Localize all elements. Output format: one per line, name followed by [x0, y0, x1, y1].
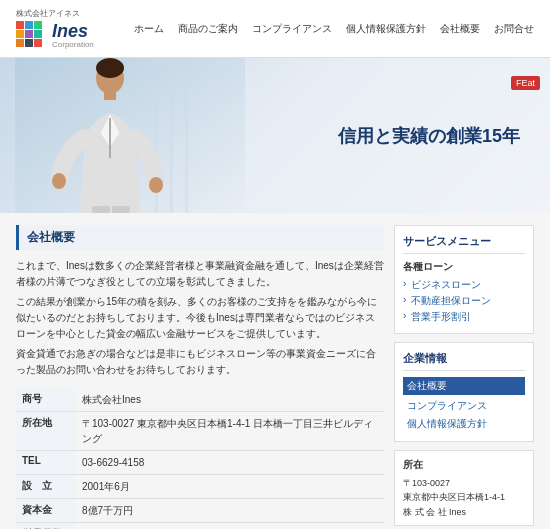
address-building: 株 式 会 社 Ines [403, 505, 525, 519]
company-name-jp: 株式会社アイネス [16, 8, 80, 19]
company-overview-title: 会社概要 [16, 225, 384, 250]
table-label: TEL [16, 451, 76, 475]
table-value: 株式会社Ines [76, 388, 384, 412]
table-value: 8億7千万円 [76, 499, 384, 523]
svg-rect-5 [34, 30, 42, 38]
logo-icon [16, 21, 48, 49]
nav: ホーム 商品のご案内 コンプライアンス 個人情報保護方針 会社概要 お問合せ [134, 22, 534, 36]
nav-contact[interactable]: お問合せ [494, 22, 534, 36]
table-row: TEL 03-6629-4158 [16, 451, 384, 475]
svg-rect-11 [170, 58, 173, 213]
address-box: 所在 〒103-0027 東京都中央区日本橋1-4-1 株 式 会 社 Ines [394, 450, 534, 526]
nav-about[interactable]: 会社概要 [440, 22, 480, 36]
right-column: サービスメニュー 各種ローン ビジネスローン 不動産担保ローン 営業手形割引 企… [394, 225, 534, 529]
svg-rect-8 [34, 39, 42, 47]
svg-rect-12 [185, 58, 188, 213]
nav-compliance[interactable]: コンプライアンス [252, 22, 332, 36]
table-value: 03-6629-4158 [76, 451, 384, 475]
svg-point-17 [52, 173, 66, 189]
service-link-real-estate-loan[interactable]: 不動産担保ローン [403, 293, 525, 309]
nav-home[interactable]: ホーム [134, 22, 164, 36]
company-info-title: 企業情報 [403, 351, 525, 371]
service-link-bill-discount[interactable]: 営業手形割引 [403, 309, 525, 325]
hero: 信用と実績の創業15年 FEat [0, 58, 550, 213]
svg-rect-6 [16, 39, 24, 47]
table-value: 2001年6月 [76, 475, 384, 499]
address-section-title: 所在 [403, 457, 525, 473]
table-row: 従業員数 76名（2016年8月現在 役員含む） [16, 523, 384, 530]
table-label: 従業員数 [16, 523, 76, 530]
hero-headline: 信用と実績の創業15年 [338, 124, 520, 148]
table-row: 所在地 〒103-0027 東京都中央区日本橋1-4-1 日本橋一丁目三井ビルデ… [16, 412, 384, 451]
table-value: 76名（2016年8月現在 役員含む） [76, 523, 384, 530]
table-row: 商号 株式会社Ines [16, 388, 384, 412]
loans-title: 各種ローン [403, 260, 525, 274]
company-link-about[interactable]: 会社概要 [403, 377, 525, 395]
company-link-compliance[interactable]: コンプライアンス [403, 397, 525, 415]
svg-rect-2 [34, 21, 42, 29]
svg-rect-7 [25, 39, 33, 47]
svg-point-18 [149, 177, 163, 193]
hero-person-image [15, 58, 245, 213]
address-city: 東京都中央区日本橋1-4-1 [403, 490, 525, 504]
logo-text: Ines Corporation [52, 22, 94, 49]
company-link-privacy[interactable]: 個人情報保護方針 [403, 415, 525, 433]
nav-privacy[interactable]: 個人情報保護方針 [346, 22, 426, 36]
svg-rect-15 [104, 90, 116, 100]
table-label: 所在地 [16, 412, 76, 451]
svg-rect-19 [92, 206, 110, 213]
service-link-business-loan[interactable]: ビジネスローン [403, 277, 525, 293]
logo-main: Ines Corporation [16, 21, 94, 49]
svg-rect-3 [16, 30, 24, 38]
main-content: 会社概要 これまで、Inesは数多くの企業経営者様と事業融資金融を通して、Ine… [0, 213, 550, 529]
company-table: 商号 株式会社Ines 所在地 〒103-0027 東京都中央区日本橋1-4-1… [16, 388, 384, 529]
company-overview-text: これまで、Inesは数多くの企業経営者様と事業融資金融を通して、Inesは企業経… [16, 258, 384, 378]
svg-rect-1 [25, 21, 33, 29]
header: 株式会社アイネス Ines Corporation ホーム 商品のご案内 コ [0, 0, 550, 58]
table-value: 〒103-0027 東京都中央区日本橋1-4-1 日本橋一丁目三井ビルディング [76, 412, 384, 451]
nav-products[interactable]: 商品のご案内 [178, 22, 238, 36]
svg-rect-4 [25, 30, 33, 38]
logo-area: 株式会社アイネス Ines Corporation [16, 8, 94, 49]
company-info-section: 企業情報 会社概要 コンプライアンス 個人情報保護方針 [394, 342, 534, 442]
feat-badge: FEat [511, 76, 540, 90]
table-label: 設 立 [16, 475, 76, 499]
service-menu-section: サービスメニュー 各種ローン ビジネスローン 不動産担保ローン 営業手形割引 [394, 225, 534, 334]
table-label: 資本金 [16, 499, 76, 523]
table-label: 商号 [16, 388, 76, 412]
table-row: 資本金 8億7千万円 [16, 499, 384, 523]
address-zip: 〒103-0027 [403, 476, 525, 490]
left-column: 会社概要 これまで、Inesは数多くの企業経営者様と事業融資金融を通して、Ine… [16, 225, 384, 529]
svg-point-14 [96, 58, 124, 78]
svg-rect-0 [16, 21, 24, 29]
table-row: 設 立 2001年6月 [16, 475, 384, 499]
svg-rect-20 [112, 206, 130, 213]
table-body: 商号 株式会社Ines 所在地 〒103-0027 東京都中央区日本橋1-4-1… [16, 388, 384, 529]
service-menu-title: サービスメニュー [403, 234, 525, 254]
